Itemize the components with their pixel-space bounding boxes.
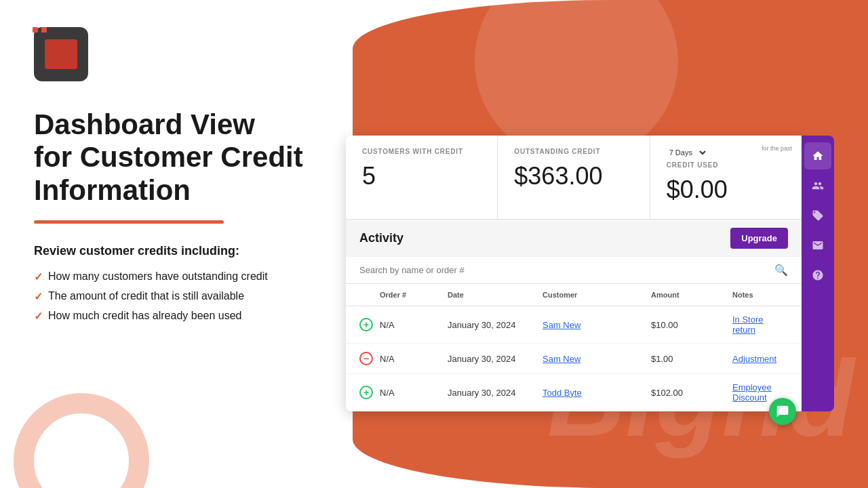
feature-item-2: ✓ The amount of credit that is still ava… <box>34 290 312 303</box>
row1-amount: $10.00 <box>651 320 732 330</box>
row1-notes[interactable]: In Store return <box>732 314 788 335</box>
feature-text-1: How many customers have outstanding cred… <box>48 270 268 283</box>
right-sidebar <box>802 136 834 411</box>
dashboard-content: CUSTOMERS WITH CREDIT 5 OUTSTANDING CRED… <box>346 136 802 411</box>
row1-date: January 30, 2024 <box>448 320 542 330</box>
row1-icon: + <box>359 318 380 331</box>
divider-line <box>34 220 224 224</box>
row2-notes[interactable]: Adjustment <box>732 354 788 364</box>
sidebar-users-icon[interactable] <box>804 172 831 199</box>
main-title: Dashboard View for Customer Credit Infor… <box>34 108 312 207</box>
col-header-notes: Notes <box>732 291 788 299</box>
chat-button[interactable] <box>769 398 796 425</box>
activity-title: Activity <box>359 231 403 245</box>
credit-used-label: CREDIT USED <box>667 161 785 169</box>
minus-icon-1: − <box>359 352 373 365</box>
row3-customer[interactable]: Todd Byte <box>542 388 651 398</box>
search-bar: 🔍 <box>346 257 802 284</box>
logo-dot-2 <box>41 27 47 33</box>
col-header-order: Order # <box>380 291 448 299</box>
feature-item-1: ✓ How many customers have outstanding cr… <box>34 270 312 283</box>
row1-order: N/A <box>380 320 448 330</box>
logo-dot-3 <box>33 36 38 41</box>
subtitle: Review customer credits including: <box>34 244 312 258</box>
stats-row: CUSTOMERS WITH CREDIT 5 OUTSTANDING CRED… <box>346 136 802 220</box>
activity-header: Activity Upgrade <box>346 220 802 257</box>
activity-table: Order # Date Customer Amount Notes + N/A… <box>346 284 802 411</box>
search-icon: 🔍 <box>774 264 788 277</box>
feature-list: ✓ How many customers have outstanding cr… <box>34 270 312 323</box>
checkmark-2: ✓ <box>34 290 43 303</box>
upgrade-button[interactable]: Upgrade <box>730 228 788 249</box>
stat-card-outstanding: OUTSTANDING CREDIT $363.00 <box>498 136 650 219</box>
logo-box <box>34 27 88 81</box>
logo-area <box>34 27 312 81</box>
search-input[interactable] <box>359 265 774 275</box>
row3-date: January 30, 2024 <box>448 388 542 398</box>
logo-dots <box>33 27 47 41</box>
sidebar-question-icon[interactable] <box>804 262 831 289</box>
table-row: + N/A January 30, 2024 Sam New $10.00 In… <box>346 306 802 344</box>
table-header-row: Order # Date Customer Amount Notes <box>346 284 802 306</box>
outstanding-value: $363.00 <box>514 162 633 190</box>
sidebar-mail-icon[interactable] <box>804 232 831 259</box>
table-row: + N/A January 30, 2024 Todd Byte $102.00… <box>346 374 802 411</box>
plus-icon-2: + <box>359 386 373 399</box>
feature-text-3: How much credit has already been used <box>48 310 242 322</box>
row2-customer[interactable]: Sam New <box>542 354 651 364</box>
credit-used-value: $0.00 <box>667 176 785 204</box>
row1-customer[interactable]: Sam New <box>542 320 651 330</box>
row3-icon: + <box>359 386 380 399</box>
col-header-icon <box>359 291 380 299</box>
sidebar-home-icon[interactable] <box>804 142 831 169</box>
row3-amount: $102.00 <box>651 388 732 398</box>
row2-amount: $1.00 <box>651 354 732 364</box>
checkmark-1: ✓ <box>34 270 43 283</box>
feature-text-2: The amount of credit that is still avail… <box>48 290 244 302</box>
feature-item-3: ✓ How much credit has already been used <box>34 310 312 323</box>
row3-order: N/A <box>380 388 448 398</box>
outstanding-label: OUTSTANDING CREDIT <box>514 148 633 155</box>
col-header-date: Date <box>448 291 542 299</box>
table-row: − N/A January 30, 2024 Sam New $1.00 Adj… <box>346 344 802 374</box>
customers-label: CUSTOMERS WITH CREDIT <box>362 148 481 155</box>
checkmark-3: ✓ <box>34 310 43 323</box>
sidebar-tag-icon[interactable] <box>804 202 831 229</box>
stat-card-customers: CUSTOMERS WITH CREDIT 5 <box>346 136 498 219</box>
for-past-label: for the past <box>762 145 792 152</box>
dashboard-panel: CUSTOMERS WITH CREDIT 5 OUTSTANDING CRED… <box>346 136 834 411</box>
col-header-customer: Customer <box>542 291 651 299</box>
col-header-amount: Amount <box>651 291 732 299</box>
row2-order: N/A <box>380 354 448 364</box>
plus-icon-1: + <box>359 318 373 331</box>
row2-icon: − <box>359 352 380 365</box>
logo-inner <box>45 39 77 69</box>
customers-value: 5 <box>362 162 481 190</box>
period-select[interactable]: 7 Days 30 Days 90 Days <box>667 148 708 157</box>
row2-date: January 30, 2024 <box>448 354 542 364</box>
logo-dot-1 <box>33 27 38 33</box>
stat-card-credit-used: for the past 7 Days 30 Days 90 Days CRED… <box>650 136 802 219</box>
left-panel: Dashboard View for Customer Credit Infor… <box>0 0 346 488</box>
